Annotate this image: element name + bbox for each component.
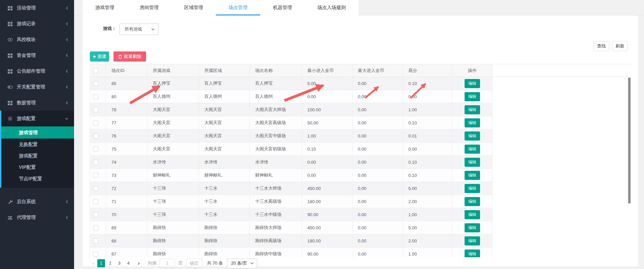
- row-checkbox[interactable]: [93, 173, 98, 178]
- sidebar-item-data-management[interactable]: 数据管理: [0, 95, 74, 111]
- edit-button[interactable]: 编辑: [465, 158, 480, 167]
- sidebar: 活动管理 游戏记录 风控模块 资金管理 公告邮件管理 开关配置管理 数据管理 游…: [0, 0, 74, 269]
- chevron-left-icon: [65, 85, 69, 89]
- row-checkbox[interactable]: [93, 199, 98, 204]
- column-actions: 操作: [452, 64, 493, 77]
- row-checkbox[interactable]: [93, 147, 98, 152]
- next-page-icon[interactable]: ›: [136, 260, 142, 267]
- sidebar-item-game-config[interactable]: 游戏配置: [1, 111, 74, 126]
- sidebar-subitem-game-config[interactable]: 游戏配置: [1, 150, 74, 161]
- cell-base-score: 0.00: [403, 90, 452, 103]
- new-button[interactable]: 新建: [90, 51, 109, 62]
- page-number-3[interactable]: 3: [115, 259, 123, 267]
- cell-min-coins: 1.00: [302, 129, 352, 143]
- row-checkbox[interactable]: [93, 81, 98, 86]
- cell-session-id: 80: [106, 90, 147, 103]
- find-button[interactable]: 查找: [594, 41, 609, 51]
- tab-machine-management[interactable]: 机器管理: [260, 0, 305, 15]
- row-checkbox[interactable]: [93, 133, 98, 139]
- row-checkbox[interactable]: [93, 94, 98, 99]
- edit-button[interactable]: 编辑: [465, 236, 480, 245]
- gear-icon: [7, 116, 13, 121]
- column-session-name: 场次名称: [250, 64, 302, 77]
- chevron-left-icon: [65, 22, 69, 26]
- tab-area-management[interactable]: 区域管理: [171, 0, 216, 15]
- sidebar-subitem-exchange-config[interactable]: 兑换配置: [1, 139, 74, 150]
- cell-area: 大闹天宫: [199, 116, 250, 129]
- tab-session-management[interactable]: 场次管理: [216, 0, 260, 15]
- page-number-4[interactable]: 4: [125, 259, 132, 267]
- sidebar-item-activity-management[interactable]: 活动管理: [0, 0, 74, 16]
- per-page-select[interactable]: 20 条/页: [227, 259, 257, 268]
- cell-base-score: 1.00: [403, 247, 452, 258]
- page-number-2[interactable]: 2: [106, 259, 114, 267]
- row-checkbox[interactable]: [93, 238, 98, 243]
- sidebar-subitem-node-ip-config[interactable]: 节点IP配置: [1, 173, 74, 184]
- cell-base-score: 0.10: [403, 156, 452, 169]
- refresh-button[interactable]: 刷新: [612, 41, 628, 51]
- edit-button[interactable]: 编辑: [465, 145, 480, 154]
- sidebar-item-funds-management[interactable]: 资金管理: [0, 47, 74, 63]
- edit-button[interactable]: 编辑: [465, 171, 480, 180]
- page-number-1[interactable]: 1: [97, 259, 105, 267]
- edit-button[interactable]: 编辑: [465, 131, 480, 141]
- sidebar-item-switch-config-management[interactable]: 开关配置管理: [0, 79, 74, 95]
- row-checkbox[interactable]: [93, 160, 98, 165]
- cell-session-id: 69: [106, 221, 147, 234]
- game-filter-select[interactable]: 所有游戏: [120, 24, 159, 35]
- table-row: 67 跑得快 跑得快 跑得快中级场 90.00 0.00 1.00 编辑: [90, 247, 632, 258]
- row-checkbox[interactable]: [93, 212, 98, 217]
- cell-base-score: 0.01: [403, 129, 452, 143]
- row-checkbox[interactable]: [93, 252, 98, 257]
- edit-button[interactable]: 编辑: [465, 197, 480, 206]
- cell-area: 十三水: [199, 182, 250, 195]
- sidebar-item-announcement-mail-management[interactable]: 公告邮件管理: [0, 63, 74, 79]
- edit-button[interactable]: 编辑: [465, 92, 480, 101]
- edit-button[interactable]: 编辑: [465, 105, 480, 114]
- goto-page-label: 到第: [148, 260, 157, 266]
- tab-strip: 游戏管理 房间管理 区域管理 场次管理 机器管理 场次入场规则: [82, 0, 359, 15]
- sidebar-item-label: 数据管理: [17, 100, 36, 106]
- sidebar-item-game-records[interactable]: 游戏记录: [0, 16, 74, 32]
- table-body: 85 百人押宝 百人押宝 百人押宝 5.00 0.00 0.10 编辑 80 百…: [90, 77, 632, 258]
- sidebar-item-label: 风控模块: [17, 37, 36, 43]
- batch-delete-button[interactable]: 批量删除: [113, 51, 146, 62]
- sidebar-subitem-vip-config[interactable]: VIP配置: [1, 161, 74, 173]
- cell-base-score: 5.00: [403, 182, 452, 195]
- filler-cell: [493, 77, 632, 90]
- edit-button[interactable]: 编辑: [465, 118, 480, 127]
- confirm-button[interactable]: 确定: [186, 259, 202, 268]
- previous-page-icon[interactable]: ‹: [90, 260, 97, 267]
- row-checkbox[interactable]: [93, 107, 98, 112]
- batch-delete-button-label: 批量删除: [124, 53, 141, 60]
- edit-button[interactable]: 编辑: [465, 249, 480, 258]
- row-checkbox[interactable]: [93, 120, 98, 125]
- sidebar-item-agent-management[interactable]: 代理管理: [0, 209, 74, 225]
- row-checkbox[interactable]: [93, 225, 98, 230]
- edit-button[interactable]: 编辑: [465, 210, 480, 219]
- cell-min-coins: 180.00: [302, 234, 352, 247]
- sessions-table-wrap: 场次ID 所属游戏 所属区域 场次名称 最小进入金币 最大进入金币 底分 操作 …: [90, 64, 631, 257]
- sidebar-subitem-game-management[interactable]: 游戏管理: [1, 126, 74, 139]
- sidebar-item-label: 开关配置管理: [17, 84, 45, 90]
- row-checkbox[interactable]: [93, 186, 98, 191]
- vertical-scrollbar[interactable]: [628, 78, 631, 203]
- cell-session-name: 百人押宝: [250, 77, 302, 90]
- table-row: 72 十三张 十三水 十三水大师场 450.00 0.00 5.00 编辑: [90, 182, 632, 195]
- goto-page-input[interactable]: 1: [160, 259, 175, 268]
- select-all-checkbox[interactable]: [93, 68, 98, 73]
- tab-game-management[interactable]: 游戏管理: [82, 0, 127, 15]
- grid-icon: [7, 21, 13, 27]
- chevron-down-icon: [151, 28, 155, 31]
- sidebar-item-risk-control[interactable]: 风控模块: [0, 32, 74, 47]
- sidebar-item-backend-system[interactable]: 后台系统: [0, 194, 74, 209]
- filler-cell: [493, 221, 632, 234]
- edit-button[interactable]: 编辑: [465, 223, 480, 232]
- chevron-left-icon: [65, 53, 69, 57]
- tab-session-entry-rules[interactable]: 场次入场规则: [305, 0, 359, 15]
- tab-room-management[interactable]: 房间管理: [127, 0, 171, 15]
- chevron-left-icon: [65, 101, 69, 105]
- edit-button[interactable]: 编辑: [465, 79, 480, 88]
- table-row: 71 十三张 十三水 十三水高级场 180.00 0.00 2.00 编辑: [90, 195, 632, 208]
- edit-button[interactable]: 编辑: [465, 184, 480, 193]
